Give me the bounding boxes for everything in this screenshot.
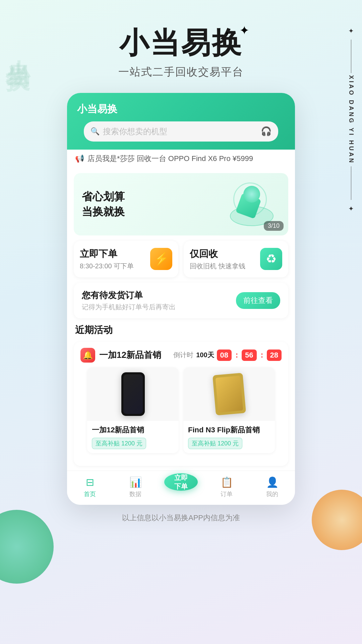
banner-text: 省心划算当换就换 xyxy=(82,189,125,219)
nav-item-home[interactable]: ⊟ 首页 xyxy=(67,476,113,498)
recycle-only-subtitle: 回收旧机 快速拿钱 xyxy=(190,262,245,271)
product-card-0[interactable]: 一加12新品首销 至高补贴 1200 元 xyxy=(87,367,179,453)
notice-text: 店员我是*莎莎 回收一台 OPPO Find X6 Pro ¥5999 xyxy=(87,154,253,164)
phone-shape-fold xyxy=(212,373,246,415)
countdown-minutes: 56 xyxy=(242,350,256,361)
nav-item-orders[interactable]: 📋 订单 xyxy=(204,476,249,498)
vert-line-bottom xyxy=(351,166,351,200)
footer: 以上信息以小当易换APP内信息为准 xyxy=(0,505,362,528)
phone-mockup: 小当易换 🔍 搜索你想卖的机型 🎧 📢 店员我是*莎莎 回收一台 OPPO Fi… xyxy=(67,93,295,505)
app-title: 小当易换 xyxy=(119,27,243,59)
home-icon: ⊟ xyxy=(86,476,94,488)
search-placeholder-text: 搜索你想卖的机型 xyxy=(103,126,257,137)
banner-badge: 3/10 xyxy=(264,221,284,231)
banner-line2: 当换就换 xyxy=(82,206,125,218)
banner: 省心划算当换就换 3/10 xyxy=(74,173,288,235)
order-reminder: 您有待发货订单 记得为手机贴好订单号后再寄出 前往查看 xyxy=(74,283,288,318)
main-content: 小当易换 ✦ ✦ 一站式二手回收交易平台 小当易换 🔍 搜索你想卖的机型 🎧 📢… xyxy=(0,0,362,505)
order-now-subtitle: 8:30-23:00 可下单 xyxy=(80,262,134,271)
order-now-icon: ⚡ xyxy=(150,248,172,270)
time-sep-2: ： xyxy=(258,350,265,360)
order-reminder-subtitle: 记得为手机贴好订单号后再寄出 xyxy=(82,303,176,312)
quick-actions: 立即下单 8:30-23:00 可下单 ⚡ 仅回收 回收旧机 快速拿钱 ♻ xyxy=(74,241,288,277)
view-orders-button[interactable]: 前往查看 xyxy=(236,292,280,309)
quick-card-recycle[interactable]: 仅回收 回收旧机 快速拿钱 ♻ xyxy=(184,241,288,277)
subsidy-badge-1: 至高补贴 1200 元 xyxy=(188,438,242,449)
product-name-0: 一加12新品首销 xyxy=(92,425,174,435)
sparkle-large-icon: ✦ xyxy=(239,23,249,38)
nav-item-center[interactable]: 立即下单 xyxy=(158,483,204,491)
notice-bar: 📢 店员我是*莎莎 回收一台 OPPO Find X6 Pro ¥5999 xyxy=(67,150,295,168)
sparkle-small-icon: ✦ xyxy=(225,30,229,37)
nav-center-button[interactable]: 立即下单 xyxy=(164,473,198,491)
search-icon: 🔍 xyxy=(90,127,100,136)
order-reminder-text: 您有待发货订单 记得为手机贴好订单号后再寄出 xyxy=(82,289,176,312)
recent-activities-title: 近期活动 xyxy=(67,324,295,342)
headphone-icon[interactable]: 🎧 xyxy=(261,126,272,137)
nav-label-orders: 订单 xyxy=(221,490,233,498)
order-now-title: 立即下单 xyxy=(80,248,134,260)
phone-shape-bar xyxy=(121,372,145,416)
activity-item: 🔔 一加12新品首销 倒计时 100天 08 ： 56 ： 28 xyxy=(74,342,288,466)
app-header: 小当易换 🔍 搜索你想卖的机型 🎧 xyxy=(67,93,295,150)
vert-line-top xyxy=(351,40,351,73)
product-info-1: Find N3 Flip新品首销 至高补贴 1200 元 xyxy=(183,421,275,453)
bottom-nav: ⊟ 首页 📊 数据 立即下单 📋 订单 👤 我的 xyxy=(67,471,295,505)
star-top-icon: ✦ xyxy=(348,27,354,35)
search-bar[interactable]: 🔍 搜索你想卖的机型 🎧 xyxy=(84,121,278,142)
recycle-only-title: 仅回收 xyxy=(190,248,245,260)
activity-icon-symbol: 🔔 xyxy=(83,351,93,360)
recycle-only-icon: ♻ xyxy=(260,248,282,270)
countdown-seconds: 28 xyxy=(267,350,282,361)
profile-icon: 👤 xyxy=(266,476,279,488)
nav-label-data: 数据 xyxy=(129,490,141,498)
quick-card-order-info: 立即下单 8:30-23:00 可下单 xyxy=(80,248,134,271)
illus-ring xyxy=(233,182,267,216)
countdown-days: 100天 xyxy=(196,351,214,360)
nav-label-home: 首页 xyxy=(84,490,96,498)
banner-line1: 省心划算 xyxy=(82,191,125,203)
nav-item-data[interactable]: 📊 数据 xyxy=(113,476,158,498)
order-reminder-title: 您有待发货订单 xyxy=(82,289,176,301)
app-header-title: 小当易换 xyxy=(77,102,285,116)
nav-item-profile[interactable]: 👤 我的 xyxy=(249,476,295,498)
vertical-brand-text: XIAO DANG YI HUAN xyxy=(348,75,355,164)
data-icon: 📊 xyxy=(129,476,142,488)
product-card-1[interactable]: Find N3 Flip新品首销 至高补贴 1200 元 xyxy=(183,367,275,453)
product-name-1: Find N3 Flip新品首销 xyxy=(188,425,270,435)
app-subtitle: 一站式二手回收交易平台 xyxy=(118,65,244,79)
title-section: 小当易换 ✦ ✦ 一站式二手回收交易平台 xyxy=(118,27,244,79)
countdown-label: 倒计时 xyxy=(173,351,193,360)
product-grid: 一加12新品首销 至高补贴 1200 元 Find N3 Flip新品首销 至高… xyxy=(87,367,275,453)
product-info-0: 一加12新品首销 至高补贴 1200 元 xyxy=(87,421,179,453)
right-vertical-branding: ✦ XIAO DANG YI HUAN ✦ xyxy=(348,27,355,213)
countdown-time: 08 ： 56 ： 28 xyxy=(217,350,282,361)
banner-illustration xyxy=(227,182,280,226)
subsidy-badge-0: 至高补贴 1200 元 xyxy=(92,438,146,449)
product-image-1 xyxy=(183,367,275,421)
nav-label-profile: 我的 xyxy=(266,490,278,498)
notice-icon: 📢 xyxy=(75,154,84,163)
quick-card-order[interactable]: 立即下单 8:30-23:00 可下单 ⚡ xyxy=(74,241,178,277)
countdown-hours: 08 xyxy=(217,350,232,361)
quick-card-recycle-info: 仅回收 回收旧机 快速拿钱 xyxy=(190,248,245,271)
footer-text: 以上信息以小当易换APP内信息为准 xyxy=(122,514,240,522)
product-image-0 xyxy=(87,367,179,421)
activity-name: 一加12新品首销 xyxy=(99,349,169,361)
countdown-section: 倒计时 100天 08 ： 56 ： 28 xyxy=(173,350,282,361)
activity-icon: 🔔 xyxy=(80,348,95,363)
activity-header: 🔔 一加12新品首销 倒计时 100天 08 ： 56 ： 28 xyxy=(80,348,282,363)
nav-center-label: 立即下单 xyxy=(174,473,188,491)
time-sep-1: ： xyxy=(233,350,240,360)
star-bottom-icon: ✦ xyxy=(348,205,354,213)
orders-icon: 📋 xyxy=(221,476,233,488)
